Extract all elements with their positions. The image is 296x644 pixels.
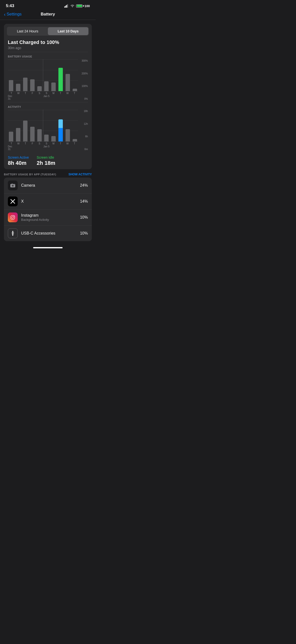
last-charged-subtitle: 30m ago — [8, 46, 88, 50]
y-200: 200% — [79, 72, 88, 75]
activity-bar — [44, 134, 49, 142]
battery-x-label-group: M — [50, 92, 57, 100]
battery-bar — [58, 68, 63, 91]
activity-x-day: T — [74, 142, 75, 145]
segment-10d[interactable]: Last 10 Days — [48, 27, 88, 35]
instagram-app-icon — [8, 212, 18, 222]
status-bar: 5:43 100 — [0, 0, 96, 10]
battery-x-day: T — [74, 92, 75, 94]
activity-x-label-group: SJan 5 — [43, 142, 50, 150]
instagram-info: Instagram Background Activity — [21, 213, 77, 222]
ay-12h: 12h — [79, 122, 88, 125]
screen-active-value: 8h 40m — [8, 160, 29, 166]
app-list: Camera 24% X 14% Instagram Background Ac… — [4, 178, 92, 241]
battery-usage-chart: TDec 31WTFSSJan 5MTWT 300% 200% 100% 0% — [4, 60, 92, 102]
battery-bar-group — [43, 60, 50, 91]
list-item[interactable]: USB-C Accessories 10% — [4, 226, 92, 241]
instagram-sub: Background Activity — [21, 218, 77, 222]
x-name: X — [21, 199, 77, 204]
battery-x-label-group: T — [71, 92, 78, 100]
x-app-icon — [8, 196, 18, 206]
battery-x-day: S — [46, 92, 47, 94]
activity-x-day: T — [10, 142, 12, 145]
battery-x-day: M — [52, 92, 54, 94]
chart-bars-area: TDec 31WTFSSJan 5MTWT — [8, 60, 78, 100]
activity-bar-group — [64, 110, 71, 142]
battery-pct: 100 — [84, 4, 90, 8]
battery-x-date: Jan 5 — [43, 95, 49, 98]
activity-label: ACTIVITY — [4, 102, 92, 110]
activity-bar — [9, 132, 13, 142]
svg-point-9 — [14, 184, 14, 185]
activity-bar-group — [22, 110, 29, 142]
activity-chart-wrap: TDec 31WTFSSJan 5MTWT 18h 12h 6h 0m — [8, 110, 88, 150]
activity-x-label-group: W — [64, 142, 71, 150]
battery-x-day: F — [32, 92, 33, 94]
activity-x-labels: TDec 31WTFSSJan 5MTWT — [8, 142, 78, 150]
screen-idle-item: Screen Idle 2h 18m — [37, 156, 55, 166]
activity-bar — [16, 128, 20, 142]
segment-24h[interactable]: Last 24 Hours — [7, 27, 48, 35]
battery-fill — [77, 5, 82, 7]
list-item[interactable]: Camera 24% — [4, 178, 92, 194]
screen-active-item: Screen Active 8h 40m — [8, 156, 29, 166]
signal-icon — [64, 4, 69, 8]
screen-active-label: Screen Active — [8, 156, 29, 160]
battery-nub — [83, 5, 84, 7]
camera-icon — [10, 182, 16, 188]
show-activity-button[interactable]: SHOW ACTIVITY — [68, 173, 92, 176]
battery-x-label-group: F — [29, 92, 36, 100]
battery-bar-group — [15, 60, 21, 91]
status-time: 5:43 — [6, 4, 14, 8]
activity-x-day: T — [60, 142, 61, 145]
usbc-icon — [10, 230, 16, 236]
x-logo-icon — [10, 199, 15, 204]
activity-x-day: F — [32, 142, 33, 145]
page-title: Battery — [41, 12, 55, 17]
activity-x-label-group: T — [22, 142, 29, 150]
activity-x-day: S — [38, 142, 40, 145]
activity-bar-group — [15, 110, 21, 142]
svg-rect-3 — [67, 4, 68, 8]
activity-x-day: W — [66, 142, 68, 145]
time-range-segmented-control[interactable]: Last 24 Hours Last 10 Days — [7, 27, 89, 36]
battery-bar-group — [36, 60, 43, 91]
battery-x-label-group: W — [64, 92, 71, 100]
battery-bar — [30, 79, 35, 91]
back-button[interactable]: ‹ Settings — [4, 12, 21, 17]
battery-body — [76, 4, 82, 8]
battery-bar — [44, 81, 49, 91]
home-indicator — [0, 245, 96, 250]
battery-bar-group — [71, 60, 78, 91]
activity-bar — [23, 120, 27, 142]
activity-x-label-group: S — [36, 142, 43, 150]
by-app-title: BATTERY USAGE BY APP (TUESDAY) — [4, 173, 56, 176]
battery-x-day: W — [66, 92, 68, 94]
activity-bar-group — [71, 110, 78, 142]
activity-bar-top — [58, 119, 63, 128]
battery-bar-group — [64, 60, 71, 91]
battery-x-label-group: SJan 5 — [43, 92, 50, 100]
activity-bar — [30, 127, 35, 142]
activity-bars — [8, 110, 78, 142]
battery-x-day: T — [24, 92, 26, 94]
camera-pct: 24% — [80, 183, 88, 188]
battery-bar-group — [29, 60, 35, 91]
activity-chart: TDec 31WTFSSJan 5MTWT 18h 12h 6h 0m — [4, 110, 92, 152]
battery-x-date: Dec 31 — [8, 95, 15, 100]
battery-icon: 100 — [76, 4, 90, 8]
battery-bar-group — [22, 60, 29, 91]
screen-times-row: Screen Active 8h 40m Screen Idle 2h 18m — [4, 152, 92, 169]
nav-bar: ‹ Settings Battery — [0, 10, 96, 20]
ay-0m: 0m — [79, 148, 88, 150]
list-item[interactable]: Instagram Background Activity 10% — [4, 210, 92, 226]
battery-bar — [9, 80, 13, 91]
battery-bar-group — [57, 60, 64, 91]
battery-bar — [65, 74, 70, 91]
activity-y-labels: 18h 12h 6h 0m — [79, 110, 88, 150]
status-icons: 100 — [64, 4, 90, 8]
svg-point-12 — [14, 216, 14, 216]
list-item[interactable]: X 14% — [4, 194, 92, 210]
battery-y-labels: 300% 200% 100% 0% — [79, 60, 88, 100]
usbc-info: USB-C Accessories — [21, 231, 77, 236]
